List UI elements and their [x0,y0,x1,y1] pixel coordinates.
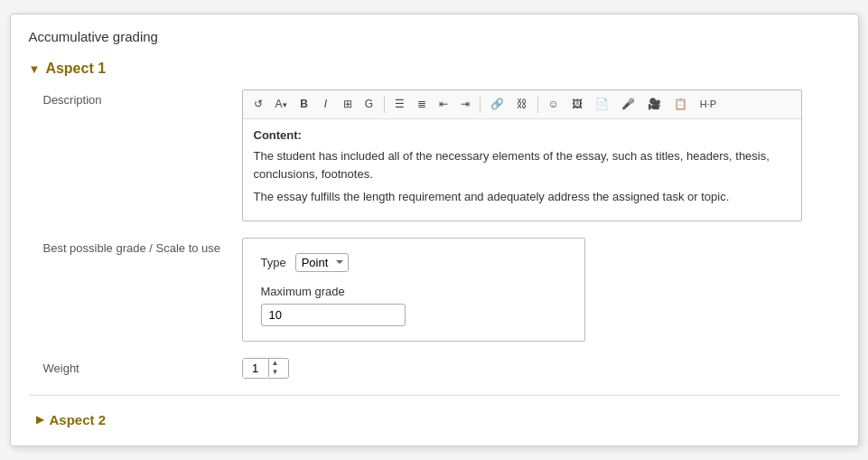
italic-icon: I [324,98,327,110]
emoji-button[interactable]: ☺ [543,94,565,115]
italic-button[interactable]: I [316,94,336,115]
aspect1-title: Aspect 1 [45,61,106,77]
list-ul-button[interactable]: ☰ [389,94,410,115]
type-select[interactable]: Point Scale [295,253,349,272]
description-row: Description ↺ A▾ B I ⊞ G ☰ ≣ ⇤ ⇥ [29,89,840,221]
mic-button[interactable]: 🎤 [616,94,640,115]
window-title: Accumulative grading [29,29,840,44]
description-field: ↺ A▾ B I ⊞ G ☰ ≣ ⇤ ⇥ 🔗 ⛓ [242,89,840,221]
list-ol-button[interactable]: ≣ [412,94,432,115]
weight-label: Weight [43,358,242,375]
weight-spinner: ▲ ▼ [268,359,282,377]
link-button[interactable]: 🔗 [485,94,509,115]
description-label: Description [43,89,242,107]
content-label: Content: [254,128,790,142]
outdent-button[interactable]: ⇥ [455,94,475,115]
grade-box: Type Point Scale Maximum grade [242,238,585,342]
weight-down-button[interactable]: ▼ [269,368,282,377]
video-button[interactable]: 🎥 [642,94,667,115]
main-window: Accumulative grading ▼ Aspect 1 Descript… [10,14,859,446]
weight-field: ▲ ▼ [242,358,840,379]
indent-button[interactable]: ⇤ [434,94,453,115]
aspect1-section: ▼ Aspect 1 Description ↺ A▾ B I ⊞ G ☰ [29,61,840,378]
editor-content[interactable]: Content: The student has included all of… [243,119,801,221]
editor-container: ↺ A▾ B I ⊞ G ☰ ≣ ⇤ ⇥ 🔗 ⛓ [242,89,802,221]
aspect2-collapse-icon[interactable]: ▶ [36,413,44,426]
grade-row: Best possible grade / Scale to use Type … [29,238,840,342]
file-button[interactable]: 📄 [590,94,614,115]
bold-button[interactable]: B [294,94,314,115]
bold-icon: B [300,98,308,110]
section-divider [29,395,840,396]
weight-input-wrapper: ▲ ▼ [242,358,289,379]
toolbar-sep1 [384,97,385,113]
grade-label: Best possible grade / Scale to use [43,238,242,255]
aspect2-section: ▶ Aspect 2 [29,407,840,427]
aspect2-title: Aspect 2 [50,412,107,427]
type-row: Type Point Scale [261,253,566,272]
aspect1-header: ▼ Aspect 1 [29,61,840,77]
toolbar-sep3 [537,97,538,113]
copy-button[interactable]: 📋 [668,94,693,115]
max-grade-label: Maximum grade [261,285,566,298]
type-label: Type [261,256,286,269]
unlink-button[interactable]: ⛓ [511,94,533,115]
hp-button[interactable]: H·P [695,95,722,114]
grade-field: Type Point Scale Maximum grade [242,238,840,342]
font-button[interactable]: A▾ [270,94,293,115]
content-line2: The essay fulfills the length requiremen… [254,188,790,206]
weight-row: Weight ▲ ▼ [29,358,840,379]
g-button[interactable]: G [359,94,379,115]
editor-toolbar: ↺ A▾ B I ⊞ G ☰ ≣ ⇤ ⇥ 🔗 ⛓ [243,90,801,119]
weight-up-button[interactable]: ▲ [269,359,282,368]
toolbar-sep2 [480,97,481,113]
aspect1-collapse-icon[interactable]: ▼ [29,62,41,76]
image-button[interactable]: 🖼 [566,94,588,115]
content-line1: The student has included all of the nece… [254,147,790,183]
undo-button[interactable]: ↺ [248,94,268,115]
table-button[interactable]: ⊞ [338,94,358,115]
weight-input[interactable] [243,359,268,378]
max-grade-input[interactable] [261,304,406,326]
